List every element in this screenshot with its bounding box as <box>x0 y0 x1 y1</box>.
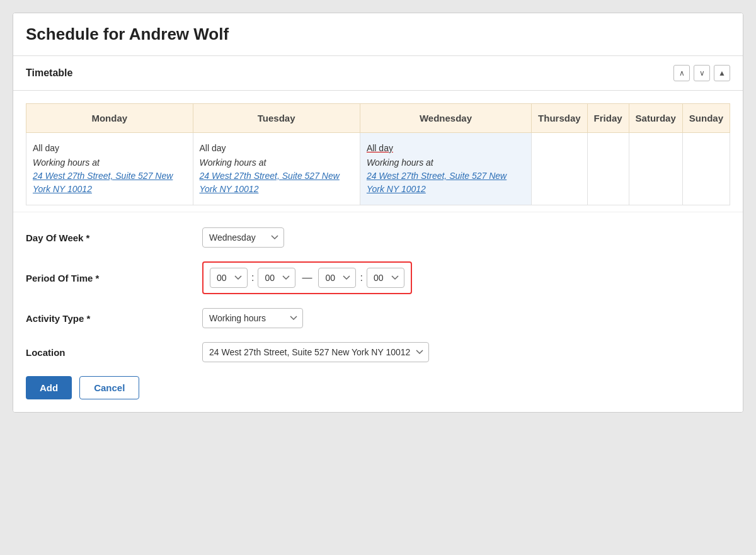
collapse-toggle-button[interactable]: ▲ <box>714 65 730 81</box>
location-label: Location <box>26 347 202 358</box>
timetable-section-title: Timetable <box>26 67 72 79</box>
timetable: Monday Tuesday Wednesday Thursday Friday… <box>26 103 730 205</box>
tuesday-address[interactable]: 24 West 27th Street, Suite 527 New York … <box>200 171 340 194</box>
activity-type-select[interactable]: Working hours Break Other <box>202 308 303 328</box>
day-of-week-select[interactable]: Monday Tuesday Wednesday Thursday Friday… <box>202 227 284 248</box>
cell-monday: All day Working hours at 24 West 27th St… <box>26 133 193 205</box>
table-row: All day Working hours at 24 West 27th St… <box>26 133 730 205</box>
monday-address[interactable]: 24 West 27th Street, Suite 527 New York … <box>33 171 173 194</box>
wednesday-address[interactable]: 24 West 27th Street, Suite 527 New York … <box>367 171 507 194</box>
time-dash: — <box>298 272 316 283</box>
timetable-section-header: Timetable ∧ ∨ ▲ <box>13 56 743 91</box>
activity-type-row: Activity Type * Working hours Break Othe… <box>26 308 730 328</box>
time-colon-2: : <box>358 272 364 283</box>
time-colon-1: : <box>250 272 255 283</box>
cell-tuesday: All day Working hours at 24 West 27th St… <box>193 133 360 205</box>
th-saturday: Saturday <box>629 104 682 133</box>
time-start-min-select[interactable]: 00 051015 202530 354045 5055 <box>258 268 295 288</box>
tuesday-working-hours: Working hours at <box>200 157 266 168</box>
section-controls: ∧ ∨ ▲ <box>673 65 730 81</box>
location-row: Location 24 West 27th Street, Suite 527 … <box>26 342 730 362</box>
th-tuesday: Tuesday <box>193 104 360 133</box>
period-of-time-label: Period Of Time * <box>26 273 202 283</box>
th-sunday: Sunday <box>682 104 730 133</box>
cell-wednesday-content: All day Working hours at 24 West 27th St… <box>367 142 525 196</box>
cancel-button[interactable]: Cancel <box>79 376 139 399</box>
time-end-min-select[interactable]: 00 051015 202530 354045 5055 <box>367 268 404 288</box>
collapse-up-button[interactable]: ∧ <box>673 65 690 81</box>
day-of-week-row: Day Of Week * Monday Tuesday Wednesday T… <box>26 227 730 248</box>
th-thursday: Thursday <box>532 104 588 133</box>
page-title-bar: Schedule for Andrew Wolf <box>13 13 743 56</box>
cell-friday <box>587 133 629 205</box>
cell-saturday <box>629 133 682 205</box>
day-of-week-label: Day Of Week * <box>26 232 202 243</box>
page-container: Schedule for Andrew Wolf Timetable ∧ ∨ ▲… <box>13 13 743 413</box>
form-area: Day Of Week * Monday Tuesday Wednesday T… <box>13 212 743 412</box>
cell-tuesday-content: All day Working hours at 24 West 27th St… <box>200 142 353 196</box>
th-monday: Monday <box>26 104 193 133</box>
period-of-time-container: 00 010203 040506 070809 101112 131415 16… <box>202 261 412 294</box>
time-start-hour-select[interactable]: 00 010203 040506 070809 101112 131415 16… <box>210 268 248 288</box>
wednesday-working-hours: Working hours at <box>367 157 433 168</box>
cell-sunday <box>682 133 730 205</box>
th-friday: Friday <box>587 104 629 133</box>
add-button[interactable]: Add <box>26 376 72 399</box>
button-row: Add Cancel <box>26 376 730 399</box>
monday-allday: All day <box>33 142 186 155</box>
page-title: Schedule for Andrew Wolf <box>26 25 730 44</box>
time-end-hour-select[interactable]: 00 010203 040506 070809 101112 131415 16… <box>318 268 356 288</box>
tuesday-allday: All day <box>200 142 353 155</box>
cell-wednesday: All day Working hours at 24 West 27th St… <box>360 133 531 205</box>
timetable-wrapper: Monday Tuesday Wednesday Thursday Friday… <box>13 91 743 212</box>
location-select[interactable]: 24 West 27th Street, Suite 527 New York … <box>202 342 429 362</box>
cell-thursday <box>532 133 588 205</box>
wednesday-allday: All day <box>367 142 525 155</box>
activity-type-label: Activity Type * <box>26 313 202 324</box>
period-of-time-row: Period Of Time * 00 010203 040506 070809… <box>26 261 730 294</box>
cell-monday-content: All day Working hours at 24 West 27th St… <box>33 142 186 196</box>
monday-working-hours: Working hours at <box>33 157 100 168</box>
th-wednesday: Wednesday <box>360 104 531 133</box>
collapse-down-button[interactable]: ∨ <box>694 65 710 81</box>
